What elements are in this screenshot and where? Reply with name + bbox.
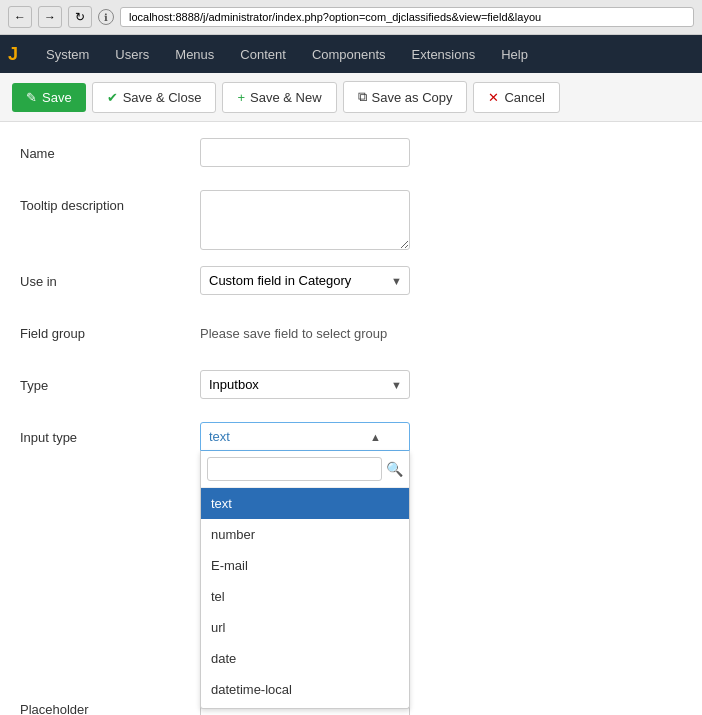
type-select-wrapper: Inputbox ▼ xyxy=(200,370,410,399)
save-copy-label: Save as Copy xyxy=(372,90,453,105)
save-label: Save xyxy=(42,90,72,105)
dropdown-search-bar: 🔍 xyxy=(201,451,409,488)
nav-users[interactable]: Users xyxy=(103,41,161,68)
dropdown-item-datetime-local[interactable]: datetime-local xyxy=(201,674,409,705)
field-group-row: Field group Please save field to select … xyxy=(20,318,682,354)
nav-menus[interactable]: Menus xyxy=(163,41,226,68)
dropdown-search-input[interactable] xyxy=(207,457,382,481)
joomla-logo: J xyxy=(8,44,18,65)
input-type-panel: 🔍 text number E-mail tel url date dateti… xyxy=(200,451,410,709)
use-in-label: Use in xyxy=(20,266,200,289)
input-type-label: Input type xyxy=(20,422,200,445)
save-close-label: Save & Close xyxy=(123,90,202,105)
dropdown-item-text[interactable]: text xyxy=(201,488,409,519)
save-icon: ✎ xyxy=(26,90,37,105)
dropdown-item-email[interactable]: E-mail xyxy=(201,550,409,581)
name-label: Name xyxy=(20,138,200,161)
dropdown-item-url[interactable]: url xyxy=(201,612,409,643)
chevron-up-icon: ▲ xyxy=(370,431,381,443)
tooltip-row: Tooltip description xyxy=(20,190,682,250)
check-icon: ✔ xyxy=(107,90,118,105)
dropdown-item-month[interactable]: month xyxy=(201,705,409,708)
input-type-value: text xyxy=(209,429,230,444)
dropdown-item-number[interactable]: number xyxy=(201,519,409,550)
save-button[interactable]: ✎ Save xyxy=(12,83,86,112)
save-copy-button[interactable]: ⧉ Save as Copy xyxy=(343,81,468,113)
input-type-trigger[interactable]: text ▲ xyxy=(200,422,410,451)
type-label: Type xyxy=(20,370,200,393)
dropdown-item-tel[interactable]: tel xyxy=(201,581,409,612)
search-icon: 🔍 xyxy=(386,461,403,477)
cancel-icon: ✕ xyxy=(488,90,499,105)
field-group-text: Please save field to select group xyxy=(200,318,387,341)
back-button[interactable]: ← xyxy=(8,6,32,28)
plus-icon: + xyxy=(237,90,245,105)
use-in-select-wrapper: Custom field in Category ▼ xyxy=(200,266,410,295)
dropdown-item-date[interactable]: date xyxy=(201,643,409,674)
toolbar: ✎ Save ✔ Save & Close + Save & New ⧉ Sav… xyxy=(0,73,702,122)
save-new-label: Save & New xyxy=(250,90,322,105)
type-row: Type Inputbox ▼ xyxy=(20,370,682,406)
main-content: Name Tooltip description Use in Custom f… xyxy=(0,122,702,715)
field-group-label: Field group xyxy=(20,318,200,341)
save-close-button[interactable]: ✔ Save & Close xyxy=(92,82,217,113)
placeholder-label: Placeholder xyxy=(20,694,200,715)
forward-button[interactable]: → xyxy=(38,6,62,28)
dropdown-list: text number E-mail tel url date datetime… xyxy=(201,488,409,708)
use-in-select[interactable]: Custom field in Category xyxy=(200,266,410,295)
nav-system[interactable]: System xyxy=(34,41,101,68)
info-icon: ℹ xyxy=(98,9,114,25)
top-nav: J System Users Menus Content Components … xyxy=(0,35,702,73)
cancel-label: Cancel xyxy=(504,90,544,105)
url-bar[interactable] xyxy=(120,7,694,27)
type-select[interactable]: Inputbox xyxy=(200,370,410,399)
nav-help[interactable]: Help xyxy=(489,41,540,68)
copy-icon: ⧉ xyxy=(358,89,367,105)
tooltip-input[interactable] xyxy=(200,190,410,250)
input-type-dropdown[interactable]: text ▲ 🔍 text number E-mail tel url date… xyxy=(200,422,410,451)
nav-menu: System Users Menus Content Components Ex… xyxy=(34,41,540,68)
browser-bar: ← → ↻ ℹ xyxy=(0,0,702,35)
nav-components[interactable]: Components xyxy=(300,41,398,68)
reload-button[interactable]: ↻ xyxy=(68,6,92,28)
name-input[interactable] xyxy=(200,138,410,167)
nav-content[interactable]: Content xyxy=(228,41,298,68)
save-new-button[interactable]: + Save & New xyxy=(222,82,336,113)
tooltip-label: Tooltip description xyxy=(20,190,200,213)
name-row: Name xyxy=(20,138,682,174)
cancel-button[interactable]: ✕ Cancel xyxy=(473,82,559,113)
nav-extensions[interactable]: Extensions xyxy=(400,41,488,68)
use-in-row: Use in Custom field in Category ▼ xyxy=(20,266,682,302)
input-type-row: Input type text ▲ 🔍 text number E-mail t… xyxy=(20,422,682,458)
